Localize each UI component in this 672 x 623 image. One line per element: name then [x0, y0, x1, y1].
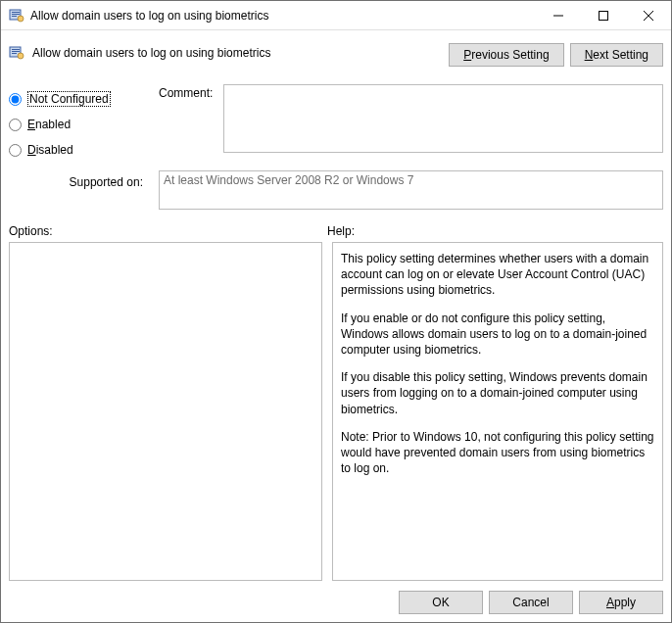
help-para-2: If you enable or do not configure this p…	[341, 311, 656, 359]
radio-not-configured-row[interactable]: Not Configured	[9, 86, 151, 112]
help-para-1: This policy setting determines whether u…	[341, 251, 656, 299]
radio-enabled-row[interactable]: Enabled	[9, 112, 151, 137]
panes: This policy setting determines whether u…	[9, 242, 663, 581]
help-label: Help:	[327, 224, 663, 238]
radio-enabled[interactable]	[9, 119, 22, 131]
supported-row: Supported on:	[9, 170, 663, 213]
titlebar: Allow domain users to log on using biome…	[1, 1, 671, 30]
minimize-button[interactable]	[536, 1, 581, 30]
radio-not-configured[interactable]	[9, 93, 22, 106]
close-button[interactable]	[626, 1, 671, 30]
svg-rect-7	[12, 49, 20, 50]
radio-disabled[interactable]	[9, 144, 22, 157]
apply-button[interactable]: Apply	[579, 591, 663, 614]
comment-wrap	[223, 84, 663, 163]
help-pane: This policy setting determines whether u…	[332, 242, 663, 581]
help-para-3: If you disable this policy setting, Wind…	[341, 369, 656, 417]
previous-setting-button[interactable]: Previous Setting	[449, 43, 563, 67]
help-para-4: Note: Prior to Windows 10, not configuri…	[341, 429, 656, 477]
supported-label: Supported on:	[9, 170, 151, 213]
supported-text	[159, 170, 663, 210]
radio-disabled-label: Disabled	[27, 143, 73, 157]
mid-labels: Options: Help:	[9, 224, 663, 238]
policy-title: Allow domain users to log on using biome…	[32, 46, 270, 60]
options-label: Options:	[9, 224, 327, 238]
svg-rect-5	[600, 11, 608, 20]
policy-icon	[9, 45, 24, 61]
state-radio-group: Not Configured Enabled Disabled	[9, 84, 151, 163]
header-row: Allow domain users to log on using biome…	[9, 35, 663, 78]
svg-point-4	[18, 16, 24, 22]
policy-icon	[9, 8, 24, 24]
window-buttons	[536, 1, 671, 30]
footer: OK Cancel Apply	[9, 581, 663, 614]
svg-rect-2	[12, 14, 20, 15]
maximize-button[interactable]	[581, 1, 626, 30]
ok-button[interactable]: OK	[399, 591, 483, 614]
header-left: Allow domain users to log on using biome…	[9, 35, 449, 61]
radio-disabled-row[interactable]: Disabled	[9, 137, 151, 163]
svg-rect-3	[12, 16, 17, 17]
window-title: Allow domain users to log on using biome…	[30, 9, 536, 23]
nav-buttons: Previous Setting Next Setting	[449, 35, 663, 67]
config-row: Not Configured Enabled Disabled Comment:	[9, 84, 663, 163]
comment-label: Comment:	[159, 84, 216, 163]
content-area: Allow domain users to log on using biome…	[1, 30, 671, 622]
comment-input[interactable]	[223, 84, 663, 153]
next-setting-button[interactable]: Next Setting	[570, 43, 663, 67]
radio-enabled-label: Enabled	[27, 118, 71, 131]
radio-not-configured-label: Not Configured	[27, 91, 111, 107]
supported-text-wrap	[159, 170, 663, 213]
cancel-button[interactable]: Cancel	[489, 591, 573, 614]
svg-rect-9	[12, 53, 17, 54]
options-pane	[9, 242, 322, 581]
svg-point-10	[18, 53, 24, 59]
svg-rect-1	[12, 12, 20, 13]
help-text[interactable]: This policy setting determines whether u…	[333, 243, 662, 580]
svg-rect-8	[12, 51, 20, 52]
